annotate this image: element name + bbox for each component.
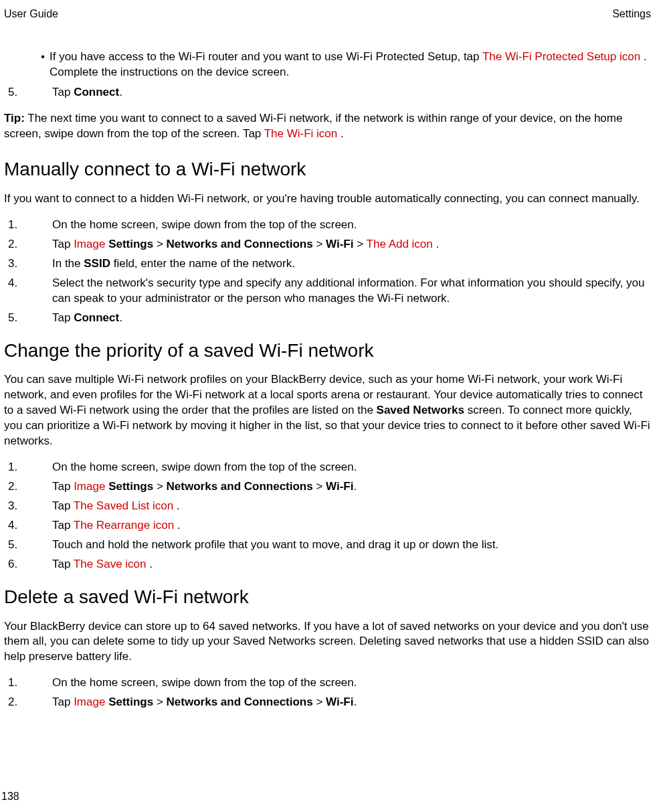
step-text-post: .: [353, 696, 357, 708]
wifi-icon: The Wi-Fi icon: [264, 127, 341, 140]
step-text-post: field, enter the name of the network.: [110, 257, 295, 270]
step-text-pre: Tap: [52, 86, 74, 98]
step-number: 3.: [8, 499, 28, 514]
networks-label: Networks and Connections: [167, 696, 313, 708]
settings-label: Settings: [108, 238, 153, 250]
page-number: 138: [1, 789, 19, 804]
delete-steps: 1. On the home screen, swipe down from t…: [4, 675, 651, 710]
step-number: 1.: [8, 675, 28, 691]
step-number: 5.: [8, 538, 28, 553]
priority-steps: 1. On the home screen, swipe down from t…: [4, 460, 651, 572]
priority-step-1: 1. On the home screen, swipe down from t…: [4, 460, 651, 475]
wifi-label: Wi-Fi: [326, 480, 353, 493]
priority-step-5: 5. Touch and hold the network profile th…: [4, 538, 651, 553]
networks-label: Networks and Connections: [167, 480, 313, 493]
step-number: 1.: [8, 460, 28, 475]
wifi-label: Wi-Fi: [326, 696, 353, 708]
save-icon: The Save icon: [74, 558, 149, 570]
step-text: Touch and hold the network profile that …: [52, 538, 498, 551]
tip-paragraph: Tip: The next time you want to connect t…: [4, 111, 651, 142]
connect-label: Connect: [74, 86, 119, 98]
step-number: 4.: [8, 518, 28, 534]
saved-list-icon: The Saved List icon: [74, 499, 177, 512]
separator: >: [313, 480, 326, 493]
step-text: On the home screen, swipe down from the …: [52, 676, 357, 689]
delete-heading: Delete a saved Wi-Fi network: [4, 584, 651, 610]
manual-steps: 1. On the home screen, swipe down from t…: [4, 218, 651, 326]
step-text-pre: Tap: [52, 480, 74, 493]
page-content: If you have access to the Wi-Fi router a…: [4, 50, 651, 711]
separator: >: [153, 696, 166, 708]
step-text-pre: Tap: [52, 696, 74, 708]
header-right: Settings: [612, 7, 651, 21]
delete-intro: Your BlackBerry device can store up to 6…: [4, 619, 651, 665]
step-number: 5.: [8, 311, 28, 326]
top-step-5: 5. Tap Connect.: [4, 85, 651, 100]
priority-step-3: 3. Tap The Saved List icon .: [4, 499, 651, 514]
step-text-pre: In the: [52, 257, 84, 270]
settings-image-icon: Image: [74, 696, 108, 708]
step-number: 1.: [8, 218, 28, 233]
step-number: 3.: [8, 256, 28, 272]
step-text-pre: Tap: [52, 499, 74, 512]
step-number: 4.: [8, 276, 28, 291]
tip-label: Tip:: [4, 112, 25, 125]
saved-networks-label: Saved Networks: [377, 404, 464, 416]
step-text-pre: Tap: [52, 238, 74, 250]
ssid-label: SSID: [84, 257, 110, 270]
add-icon: The Add icon: [367, 238, 436, 250]
wifi-label: Wi-Fi: [326, 238, 353, 250]
manual-step-5: 5. Tap Connect.: [4, 311, 651, 326]
priority-step-6: 6. Tap The Save icon .: [4, 557, 651, 572]
delete-step-1: 1. On the home screen, swipe down from t…: [4, 675, 651, 691]
step-text-post: .: [177, 519, 181, 532]
separator: >: [153, 238, 166, 250]
header-left: User Guide: [4, 7, 58, 21]
tip-text-post: .: [341, 127, 344, 140]
page-header: User Guide Settings: [4, 7, 651, 21]
wps-bullet-text-pre: If you have access to the Wi-Fi router a…: [50, 50, 482, 63]
separator: >: [353, 238, 366, 250]
priority-step-4: 4. Tap The Rearrange icon .: [4, 518, 651, 534]
step-text-pre: Tap: [52, 519, 74, 532]
step-text: On the home screen, swipe down from the …: [52, 461, 357, 473]
separator: >: [313, 696, 326, 708]
manual-intro: If you want to connect to a hidden Wi-Fi…: [4, 191, 651, 207]
settings-image-icon: Image: [74, 480, 108, 493]
step-number: 2.: [8, 237, 28, 252]
networks-label: Networks and Connections: [167, 238, 313, 250]
step-number: 5.: [8, 85, 28, 100]
settings-image-icon: Image: [74, 238, 108, 250]
rearrange-icon: The Rearrange icon: [74, 519, 177, 532]
manual-heading: Manually connect to a Wi-Fi network: [4, 157, 651, 182]
priority-intro: You can save multiple Wi-Fi network prof…: [4, 372, 651, 449]
step-text-post: .: [119, 311, 122, 324]
settings-label: Settings: [108, 480, 153, 493]
manual-step-2: 2. Tap Image Settings > Networks and Con…: [4, 237, 651, 252]
separator: >: [153, 480, 166, 493]
separator: >: [313, 238, 326, 250]
step-text-post: .: [353, 480, 357, 493]
step-number: 2.: [8, 479, 28, 495]
step-text-post: .: [119, 86, 122, 98]
step-text-pre: Tap: [52, 311, 74, 324]
step-text-post: .: [177, 499, 180, 512]
priority-heading: Change the priority of a saved Wi-Fi net…: [4, 338, 651, 363]
step-text: Select the network's security type and s…: [52, 276, 645, 305]
priority-step-2: 2. Tap Image Settings > Networks and Con…: [4, 479, 651, 495]
step-text-post: .: [436, 238, 440, 250]
delete-step-2: 2. Tap Image Settings > Networks and Con…: [4, 695, 651, 710]
top-steps: 5. Tap Connect.: [4, 85, 651, 100]
settings-label: Settings: [108, 696, 153, 708]
step-text-post: .: [149, 558, 153, 570]
manual-step-4: 4. Select the network's security type an…: [4, 276, 651, 307]
manual-step-3: 3. In the SSID field, enter the name of …: [4, 256, 651, 272]
step-text-pre: Tap: [52, 558, 74, 570]
wifi-protected-setup-icon: The Wi-Fi Protected Setup icon: [482, 50, 644, 63]
connect-label: Connect: [74, 311, 119, 324]
wps-bullet: If you have access to the Wi-Fi router a…: [4, 50, 651, 80]
manual-step-1: 1. On the home screen, swipe down from t…: [4, 218, 651, 233]
step-text: On the home screen, swipe down from the …: [52, 218, 357, 231]
step-number: 6.: [8, 557, 28, 572]
step-number: 2.: [8, 695, 28, 710]
